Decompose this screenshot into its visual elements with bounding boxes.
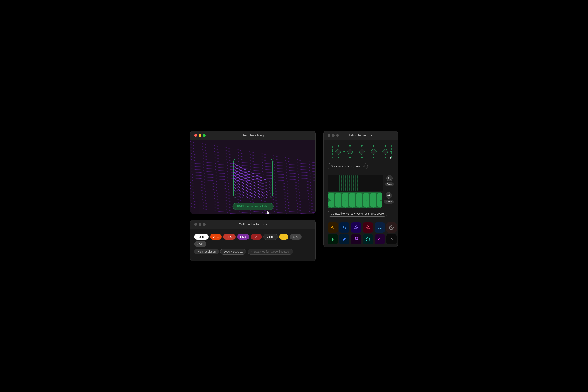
svg-rect-218 xyxy=(354,239,356,240)
xd-label: Xd xyxy=(378,238,382,241)
seamless-titlebar: Seamless tiling xyxy=(190,131,315,140)
zoom-in-button[interactable] xyxy=(386,192,392,198)
svg-rect-201 xyxy=(362,192,363,208)
zoom-200-row: 200% xyxy=(328,192,394,208)
seamless-title: Seamless tiling xyxy=(242,134,264,137)
vectors-minimize[interactable] xyxy=(332,134,334,137)
svg-rect-197 xyxy=(334,192,335,208)
zoom-50-row: 50% xyxy=(328,175,394,191)
formats-titlebar: Multiple file formats xyxy=(190,220,315,229)
close-button[interactable] xyxy=(194,134,197,137)
svg-rect-220 xyxy=(354,241,356,242)
sw-icon-affinity-photo xyxy=(363,222,373,233)
tag-svg: SVG xyxy=(194,241,206,247)
zoom-50-label: 50% xyxy=(385,182,394,186)
zoom-plus-controls: 200% xyxy=(384,192,394,208)
svg-line-213 xyxy=(390,226,393,229)
petal-pattern-area xyxy=(328,143,394,160)
formats-content: Raster JPG PNG PSD PAT Vector AI EPS SVG… xyxy=(190,229,315,261)
tag-eps: EPS xyxy=(290,234,302,240)
sw-icon-xd: Xd xyxy=(374,234,385,244)
svg-line-171 xyxy=(390,179,391,179)
svg-point-215 xyxy=(344,239,345,240)
tag-dimensions: 5000 × 5000 px xyxy=(220,249,246,254)
svg-point-5 xyxy=(344,151,345,152)
zoom-out-button[interactable] xyxy=(386,175,392,181)
svg-rect-217 xyxy=(356,237,358,238)
sw-icon-curve xyxy=(386,234,396,244)
svg-line-205 xyxy=(390,196,390,196)
svg-rect-199 xyxy=(348,192,349,208)
tag-psd: PSD xyxy=(237,234,249,240)
sw-icon-canva: Ca xyxy=(374,222,385,233)
vectors-maximize[interactable] xyxy=(336,134,339,137)
vectors-content: Scale as much as you need xyxy=(324,140,398,247)
tag-jpg: JPG xyxy=(210,234,222,240)
compat-badge-wrapper: Compatible with any vector editing softw… xyxy=(328,211,394,220)
tag-ai: AI xyxy=(279,234,288,240)
sw-icon-inkscape xyxy=(328,234,338,244)
scale-badge-wrapper: Scale as much as you need xyxy=(328,163,394,172)
zoom-minus-controls: 50% xyxy=(385,175,394,191)
formats-title: Multiple file formats xyxy=(239,223,267,226)
svg-rect-216 xyxy=(354,237,356,238)
formats-close[interactable] xyxy=(194,223,197,226)
petal-section: Scale as much as you need xyxy=(324,140,398,247)
sw-icon-ps: Ps xyxy=(339,222,350,233)
tag-png: PNG xyxy=(223,234,236,240)
resolution-tags: High resolution 5000 × 5000 px + Swatche… xyxy=(194,249,312,254)
file-format-tags: Raster JPG PNG PSD PAT Vector AI EPS SVG xyxy=(194,234,312,247)
seamless-tiling-window: Seamless tiling xyxy=(190,131,316,214)
sw-icon-gem xyxy=(363,234,373,244)
sw-icon-figma xyxy=(351,234,361,244)
svg-point-219 xyxy=(356,239,358,240)
pdf-badge: PDF User guides included xyxy=(233,203,274,210)
formats-traffic-lights xyxy=(194,223,206,226)
svg-point-12 xyxy=(390,151,392,152)
compat-badge: Compatible with any vector editing softw… xyxy=(328,211,387,216)
traffic-lights xyxy=(194,134,206,137)
tag-vector: Vector xyxy=(264,234,278,240)
vectors-titlebar: Editable vectors xyxy=(324,131,398,140)
vectors-title: Editable vectors xyxy=(349,134,372,137)
vectors-window: Editable vectors xyxy=(324,131,398,247)
pattern-50pct xyxy=(328,175,383,191)
tag-swatches: + Swatches for Adobe Illustrator xyxy=(248,249,293,254)
formats-window: Multiple file formats Raster JPG PNG PSD… xyxy=(190,220,316,262)
tag-pat: PAT xyxy=(251,234,262,240)
tag-high-resolution: High resolution xyxy=(194,249,219,254)
petal-svg xyxy=(328,143,394,160)
zoom-200-label: 200% xyxy=(384,200,394,204)
formats-minimize[interactable] xyxy=(198,223,201,226)
formats-maximize[interactable] xyxy=(203,223,206,226)
pattern-200pct xyxy=(328,192,382,208)
canva-label: Ca xyxy=(378,226,382,229)
panels-container: Seamless tiling xyxy=(190,131,398,262)
ps-label: Ps xyxy=(342,226,346,229)
vectors-traffic-lights xyxy=(328,134,339,137)
svg-rect-203 xyxy=(376,192,377,208)
software-grid: Ai Ps xyxy=(328,222,394,244)
large-pattern-svg xyxy=(328,192,382,208)
sw-icon-affinity-designer xyxy=(351,222,361,233)
maximize-button[interactable] xyxy=(203,134,206,137)
left-panels: Seamless tiling xyxy=(190,131,316,262)
minimize-button[interactable] xyxy=(198,134,201,137)
sw-icon-ai: Ai xyxy=(328,222,338,233)
small-pattern-svg xyxy=(328,175,383,191)
scale-badge: Scale as much as you need xyxy=(328,163,368,169)
desktop: Seamless tiling xyxy=(0,0,588,392)
seamless-content: PDF User guides included xyxy=(190,140,316,214)
svg-rect-202 xyxy=(369,192,370,208)
ai-label: Ai xyxy=(331,226,334,230)
sw-icon-sketch-x xyxy=(386,222,396,233)
svg-rect-200 xyxy=(355,192,356,208)
vectors-close[interactable] xyxy=(328,134,330,137)
svg-rect-198 xyxy=(341,192,342,208)
sw-icon-pencil xyxy=(339,234,350,244)
tag-raster: Raster xyxy=(194,234,208,240)
wavy-bg-pattern xyxy=(190,140,316,214)
